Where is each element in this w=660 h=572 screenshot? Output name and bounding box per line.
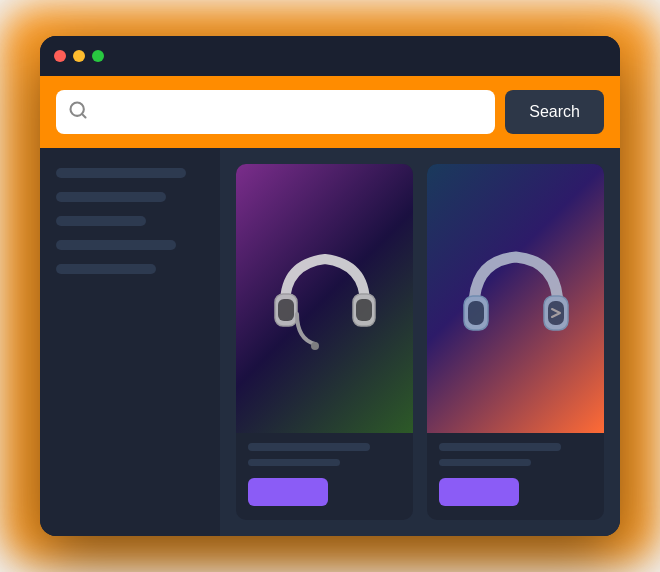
product-title-line-2: [439, 443, 561, 451]
outer-wrapper: Search: [30, 26, 630, 546]
search-button[interactable]: Search: [505, 90, 604, 134]
svg-point-6: [311, 342, 319, 350]
sidebar-line-4: [56, 240, 176, 250]
search-bar-container: Search: [40, 76, 620, 148]
svg-rect-3: [278, 299, 294, 321]
svg-rect-5: [356, 299, 372, 321]
traffic-light-close[interactable]: [54, 50, 66, 62]
product-card-2: [427, 164, 604, 520]
product-button-1[interactable]: [248, 478, 328, 506]
product-button-2[interactable]: [439, 478, 519, 506]
traffic-light-minimize[interactable]: [73, 50, 85, 62]
sidebar-line-2: [56, 192, 166, 202]
product-subtitle-line-1: [248, 459, 340, 466]
product-info-1: [236, 433, 413, 520]
sidebar-line-1: [56, 168, 186, 178]
svg-line-1: [82, 114, 86, 118]
browser-window: Search: [40, 36, 620, 536]
traffic-light-maximize[interactable]: [92, 50, 104, 62]
sidebar-line-3: [56, 216, 146, 226]
sidebar: [40, 148, 220, 536]
svg-rect-10: [548, 301, 564, 325]
title-bar: [40, 36, 620, 76]
product-info-2: [427, 433, 604, 520]
search-input[interactable]: [96, 103, 483, 121]
product-image-2: [427, 164, 604, 433]
product-card-1: [236, 164, 413, 520]
content-area: [40, 148, 620, 536]
product-subtitle-line-2: [439, 459, 531, 466]
product-grid: [220, 148, 620, 536]
sidebar-line-5: [56, 264, 156, 274]
svg-rect-8: [468, 301, 484, 325]
product-title-line-1: [248, 443, 370, 451]
search-icon: [68, 100, 88, 124]
search-input-wrapper: [56, 90, 495, 134]
product-image-1: [236, 164, 413, 433]
